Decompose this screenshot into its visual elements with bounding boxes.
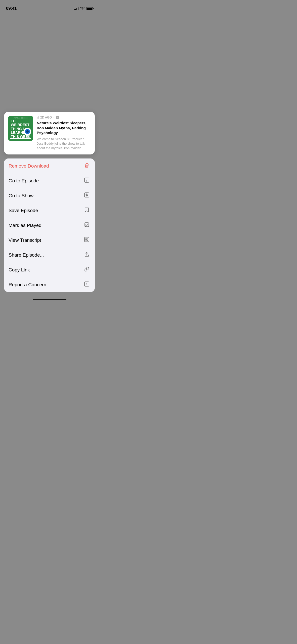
remove-download-button[interactable]: Remove Download (4, 158, 95, 173)
episode-title: Nature's Weirdest Sleepers, Iron Maiden … (37, 120, 91, 135)
remove-download-label: Remove Download (9, 163, 49, 169)
copy-link-label: Copy Link (9, 267, 30, 273)
status-time: 09:41 (6, 6, 17, 11)
battery-icon (86, 7, 93, 10)
save-episode-label: Save Episode (9, 208, 38, 213)
checkmark-square-icon (83, 222, 90, 229)
svg-rect-2 (84, 193, 89, 197)
go-to-episode-button[interactable]: Go to Episode (4, 173, 95, 188)
episode-description: Welcome to Season 8! Producer Jess Boddy… (37, 137, 91, 151)
report-concern-label: Report a Concern (9, 282, 46, 288)
share-episode-label: Share Episode... (9, 252, 44, 258)
info-square-icon (83, 177, 90, 184)
go-to-show-button[interactable]: Go to Show (4, 188, 95, 203)
mark-as-played-label: Mark as Played (9, 223, 41, 228)
share-episode-button[interactable]: Share Episode... (4, 248, 95, 262)
context-menu: Remove Download Go to Episode Go to Show (4, 158, 95, 292)
status-icons (74, 7, 93, 10)
artwork-brand: POPULAR SCIENCE (14, 117, 27, 119)
episode-artwork: POPULAR SCIENCE THE WEIRDEST THING I LEA… (8, 116, 33, 141)
episode-age: 2D AGO (40, 116, 52, 119)
svg-point-3 (86, 194, 88, 196)
home-bar (33, 299, 66, 300)
report-icon (83, 281, 90, 288)
meta-separator: · (53, 116, 54, 119)
link-icon (83, 266, 90, 273)
artwork-eye (24, 128, 31, 135)
status-bar: 09:41 (0, 0, 99, 14)
svg-point-5 (85, 226, 86, 227)
background-area (0, 14, 99, 112)
bookmark-icon (83, 207, 90, 214)
report-concern-button[interactable]: Report a Concern (4, 277, 95, 292)
copy-link-button[interactable]: Copy Link (4, 262, 95, 277)
podcast-icon (83, 192, 90, 199)
go-to-episode-label: Go to Episode (9, 178, 39, 184)
episode-meta: 2D AGO · E (37, 116, 91, 119)
share-icon (83, 252, 90, 258)
svg-point-1 (87, 179, 87, 179)
signal-icon (74, 7, 78, 10)
home-indicator (0, 296, 99, 302)
mark-as-played-button[interactable]: Mark as Played (4, 218, 95, 233)
episode-info: 2D AGO · E Nature's Weirdest Sleepers, I… (37, 116, 91, 150)
wifi-icon (80, 7, 84, 10)
view-transcript-label: View Transcript (9, 237, 41, 243)
artwork-progress-bar (10, 138, 31, 139)
go-to-show-label: Go to Show (9, 193, 33, 198)
view-transcript-button[interactable]: View Transcript (4, 233, 95, 248)
episode-signal-icon (37, 116, 39, 119)
transcript-icon (83, 237, 90, 244)
svg-point-8 (87, 285, 87, 285)
explicit-badge: E (56, 116, 59, 119)
episode-card: POPULAR SCIENCE THE WEIRDEST THING I LEA… (4, 112, 95, 154)
trash-icon (83, 163, 90, 169)
save-episode-button[interactable]: Save Episode (4, 203, 95, 218)
